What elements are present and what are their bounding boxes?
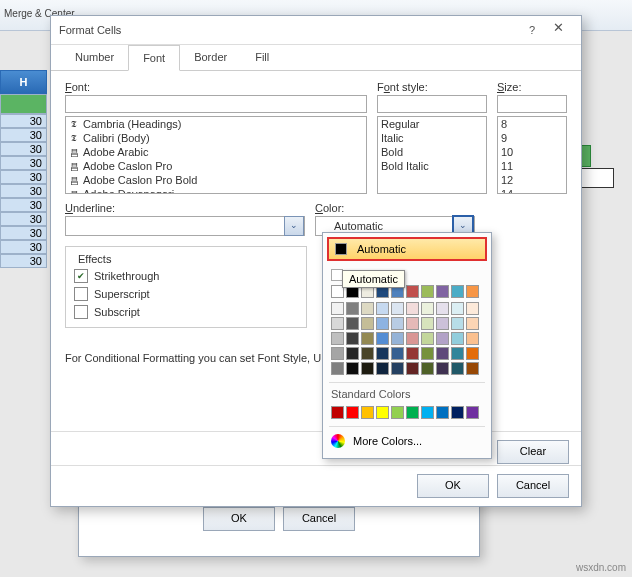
table-row[interactable]: 30 (0, 128, 47, 142)
list-item[interactable]: 昌Adobe Caslon Pro Bold (66, 173, 366, 187)
list-item[interactable]: Bold Italic (378, 159, 486, 173)
table-row[interactable]: 30 (0, 226, 47, 240)
color-swatch[interactable] (466, 302, 479, 315)
list-item[interactable]: 12 (498, 173, 566, 187)
color-swatch[interactable] (421, 332, 434, 345)
subscript-checkbox[interactable]: Subscript (74, 305, 298, 319)
color-swatch[interactable] (361, 317, 374, 330)
size-input[interactable] (497, 95, 567, 113)
cancel-button-secondary[interactable]: Cancel (283, 507, 355, 531)
color-swatch[interactable] (391, 406, 404, 419)
color-swatch[interactable] (466, 332, 479, 345)
color-swatch[interactable] (436, 406, 449, 419)
color-swatch[interactable] (421, 317, 434, 330)
color-swatch[interactable] (421, 302, 434, 315)
color-swatch[interactable] (346, 347, 359, 360)
tab-border[interactable]: Border (180, 45, 241, 70)
tab-number[interactable]: Number (61, 45, 128, 70)
color-swatch[interactable] (421, 406, 434, 419)
color-swatch[interactable] (361, 362, 374, 375)
cancel-button[interactable]: Cancel (497, 474, 569, 498)
table-row[interactable]: 30 (0, 212, 47, 226)
color-swatch[interactable] (391, 362, 404, 375)
color-swatch[interactable] (391, 317, 404, 330)
color-swatch[interactable] (331, 362, 344, 375)
list-item[interactable]: 8 (498, 117, 566, 131)
strikethrough-checkbox[interactable]: Strikethrough (74, 269, 298, 283)
font-style-listbox[interactable]: Regular Italic Bold Bold Italic (377, 116, 487, 194)
chevron-down-icon[interactable]: ⌄ (284, 216, 304, 236)
font-input[interactable] (65, 95, 367, 113)
list-item[interactable]: Regular (378, 117, 486, 131)
color-swatch[interactable] (391, 347, 404, 360)
color-swatch[interactable] (361, 302, 374, 315)
color-swatch[interactable] (331, 302, 344, 315)
color-swatch[interactable] (451, 347, 464, 360)
color-swatch[interactable] (346, 406, 359, 419)
color-swatch[interactable] (391, 332, 404, 345)
color-swatch[interactable] (466, 285, 479, 298)
color-swatch[interactable] (346, 332, 359, 345)
table-row[interactable]: 30 (0, 142, 47, 156)
list-item[interactable]: 14 (498, 187, 566, 194)
automatic-color-option[interactable]: Automatic (327, 237, 487, 261)
color-swatch[interactable] (331, 406, 344, 419)
color-swatch[interactable] (406, 332, 419, 345)
color-swatch[interactable] (406, 302, 419, 315)
table-row[interactable]: 30 (0, 198, 47, 212)
titlebar[interactable]: Format Cells ? ✕ (51, 16, 581, 45)
size-listbox[interactable]: 8 9 10 11 12 14 (497, 116, 567, 194)
ok-button-secondary[interactable]: OK (203, 507, 275, 531)
color-swatch[interactable] (436, 347, 449, 360)
color-swatch[interactable] (451, 302, 464, 315)
color-swatch[interactable] (346, 317, 359, 330)
color-swatch[interactable] (436, 362, 449, 375)
list-item[interactable]: 昌Adobe Caslon Pro (66, 159, 366, 173)
tab-font[interactable]: Font (128, 45, 180, 71)
color-swatch[interactable] (406, 362, 419, 375)
color-swatch[interactable] (436, 317, 449, 330)
color-swatch[interactable] (331, 332, 344, 345)
table-row[interactable]: 30 (0, 240, 47, 254)
color-swatch[interactable] (451, 317, 464, 330)
table-row[interactable]: 30 (0, 114, 47, 128)
column-header[interactable]: H (0, 70, 47, 94)
color-swatch[interactable] (466, 347, 479, 360)
color-swatch[interactable] (466, 406, 479, 419)
color-swatch[interactable] (436, 285, 449, 298)
color-swatch[interactable] (451, 285, 464, 298)
color-swatch[interactable] (346, 302, 359, 315)
clear-button[interactable]: Clear (497, 440, 569, 464)
color-swatch[interactable] (421, 347, 434, 360)
list-item[interactable]: Italic (378, 131, 486, 145)
superscript-checkbox[interactable]: Superscript (74, 287, 298, 301)
color-swatch[interactable] (406, 406, 419, 419)
color-swatch[interactable] (376, 347, 389, 360)
table-row[interactable]: 30 (0, 184, 47, 198)
color-swatch[interactable] (361, 332, 374, 345)
color-swatch[interactable] (346, 362, 359, 375)
more-colors-option[interactable]: More Colors... (323, 430, 491, 452)
color-swatch[interactable] (376, 406, 389, 419)
list-item[interactable]: 10 (498, 145, 566, 159)
color-swatch[interactable] (391, 302, 404, 315)
color-swatch[interactable] (376, 362, 389, 375)
color-swatch[interactable] (451, 332, 464, 345)
color-swatch[interactable] (436, 332, 449, 345)
color-swatch[interactable] (436, 302, 449, 315)
font-listbox[interactable]: 𝕿Cambria (Headings) 𝕿Calibri (Body) 昌Ado… (65, 116, 367, 194)
close-icon[interactable]: ✕ (543, 20, 573, 40)
color-swatch[interactable] (406, 347, 419, 360)
color-swatch[interactable] (451, 362, 464, 375)
table-row[interactable]: 30 (0, 156, 47, 170)
table-row[interactable]: 30 (0, 254, 47, 268)
font-style-input[interactable] (377, 95, 487, 113)
color-swatch[interactable] (361, 406, 374, 419)
list-item[interactable]: 𝕿Calibri (Body) (66, 131, 366, 145)
ok-button[interactable]: OK (417, 474, 489, 498)
color-swatch[interactable] (451, 406, 464, 419)
color-swatch[interactable] (331, 317, 344, 330)
list-item[interactable]: 昌Adobe Arabic (66, 145, 366, 159)
color-swatch[interactable] (331, 347, 344, 360)
color-swatch[interactable] (406, 285, 419, 298)
